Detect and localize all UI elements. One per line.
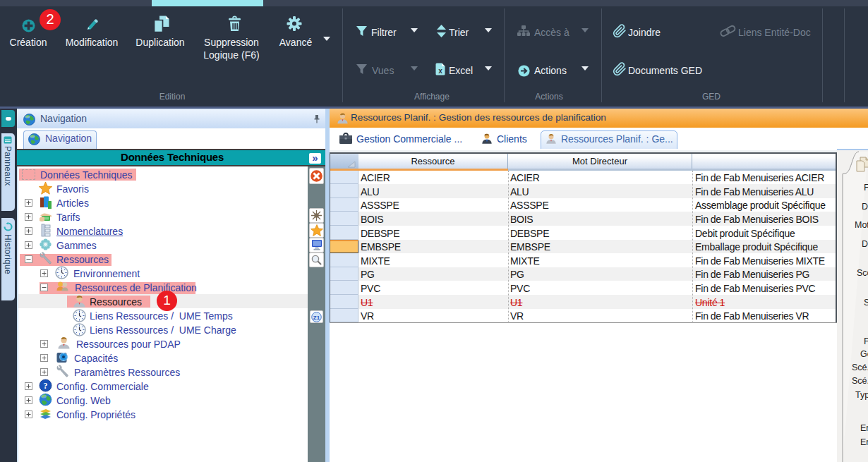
svg-text:?: ? xyxy=(44,381,48,391)
svg-text:Z1: Z1 xyxy=(313,314,320,320)
svg-text:x: x xyxy=(438,67,442,75)
